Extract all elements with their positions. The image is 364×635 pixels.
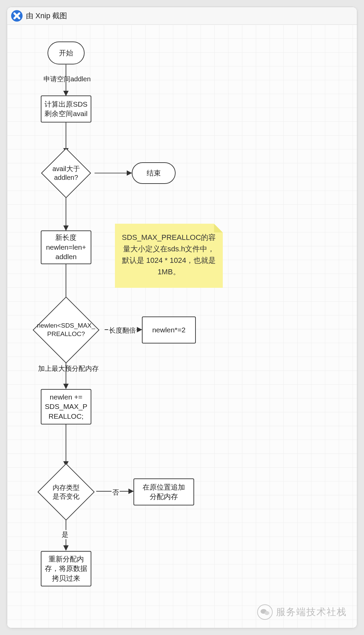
edge-label-yes: 是 xyxy=(61,530,69,539)
node-end-label: 结束 xyxy=(147,168,161,178)
xnip-scissors-icon xyxy=(11,10,23,22)
edge-label-no: 否 xyxy=(112,488,120,497)
svg-point-1 xyxy=(265,611,269,615)
node-realloc-inplace-label: 在原位置追加 分配内存 xyxy=(143,482,185,502)
note-fold-icon xyxy=(214,224,223,232)
node-realloc-new: 重新分配内 存，将原数据 拷贝过来 xyxy=(41,551,91,586)
node-newlen-add-prealloc-label: newlen += SDS_MAX_P REALLOC; xyxy=(45,392,87,421)
node-newlen-add-prealloc: newlen += SDS_MAX_P REALLOC; xyxy=(41,389,91,424)
node-start-label: 开始 xyxy=(59,48,73,58)
watermark-text: 服务端技术社栈 xyxy=(276,606,347,618)
decision-avail-gt-addlen: avail大于 addlen? xyxy=(37,153,95,193)
note-text: SDS_MAX_PREALLOC的容量大小定义在sds.h文件中，默认是 102… xyxy=(122,233,216,276)
decision-memtype-changed: 内存类型 是否变化 xyxy=(36,467,96,517)
node-newlen-assign-label: 新长度 newlen=len+ addlen xyxy=(46,233,86,261)
decision-newlen-label: newlen<SDS_MAX_ PREALLOC? xyxy=(37,322,95,338)
flowchart-canvas: 开始 申请空间addlen 计算出原SDS 剩余空间avail avail大于 … xyxy=(7,25,357,628)
node-newlen-double-label: newlen*=2 xyxy=(152,325,186,335)
edge-label-add-max-prealloc: 加上最大预分配内存 xyxy=(38,364,99,373)
decision-avail-label: avail大于 addlen? xyxy=(52,164,80,182)
node-realloc-new-label: 重新分配内 存，将原数据 拷贝过来 xyxy=(45,554,87,583)
titlebar: 由 Xnip 截图 xyxy=(7,7,357,25)
decision-newlen-lt-max: newlen<SDS_MAX_ PREALLOC? xyxy=(27,305,105,355)
node-newlen-double: newlen*=2 xyxy=(142,316,196,343)
watermark: 服务端技术社栈 xyxy=(257,604,347,620)
node-calc-avail: 计算出原SDS 剩余空间avail xyxy=(41,95,91,122)
node-start: 开始 xyxy=(48,42,85,64)
node-realloc-inplace: 在原位置追加 分配内存 xyxy=(133,478,194,505)
node-newlen-assign: 新长度 newlen=len+ addlen xyxy=(41,230,91,264)
node-end: 结束 xyxy=(132,162,176,184)
decision-memtype-label: 内存类型 是否变化 xyxy=(53,483,80,501)
app-frame: 由 Xnip 截图 xyxy=(7,7,357,628)
wechat-icon xyxy=(257,604,273,620)
app-title: 由 Xnip 截图 xyxy=(26,11,67,21)
edge-label-apply-addlen: 申请空间addlen xyxy=(43,75,91,84)
edge-label-double-len: 长度翻倍 xyxy=(108,326,136,335)
note-prealloc: SDS_MAX_PREALLOC的容量大小定义在sds.h文件中，默认是 102… xyxy=(115,224,223,288)
node-calc-avail-label: 计算出原SDS 剩余空间avail xyxy=(44,100,87,119)
